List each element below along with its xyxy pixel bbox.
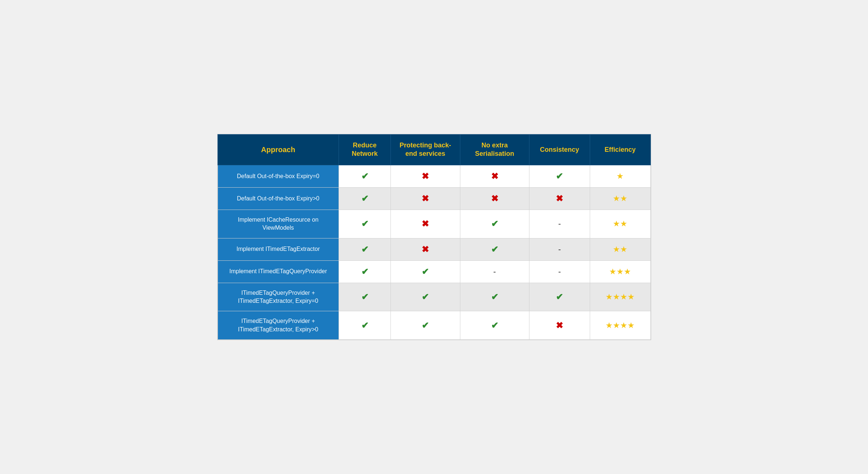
no-extra-serialisation-cell: ✔	[460, 238, 529, 260]
protecting-backend-cell: ✔	[391, 260, 460, 283]
no-extra-serialisation-cell: ✖	[460, 187, 529, 210]
header-row: Approach Reduce Network Protecting back-…	[218, 134, 650, 165]
check-icon: ✔	[422, 267, 429, 276]
cross-icon: ✖	[491, 171, 498, 181]
stars-icon: ★★	[613, 219, 627, 228]
stars-icon: ★★★★	[605, 321, 635, 330]
check-icon: ✔	[361, 219, 369, 229]
cross-icon: ✖	[491, 193, 498, 203]
cross-icon: ✖	[556, 193, 563, 203]
reduce-network-cell: ✔	[339, 187, 391, 210]
table-row: Implement ICacheResource on ViewModels ✔…	[218, 210, 650, 238]
check-icon: ✔	[491, 219, 498, 229]
consistency-cell: -	[529, 210, 590, 238]
table-row: ITimedETagQueryProvider + ITimedETagExtr…	[218, 283, 650, 311]
efficiency-cell: ★★	[590, 210, 650, 238]
check-icon: ✔	[422, 320, 429, 330]
efficiency-cell: ★★	[590, 238, 650, 260]
stars-icon: ★	[616, 172, 624, 181]
table-row: ITimedETagQueryProvider + ITimedETagExtr…	[218, 311, 650, 340]
no-extra-serialisation-cell: ✖	[460, 165, 529, 187]
check-icon: ✔	[422, 292, 429, 302]
approach-cell: Implement ITimedETagQueryProvider	[218, 260, 339, 283]
check-icon: ✔	[361, 267, 369, 276]
cross-icon: ✖	[422, 244, 429, 254]
protecting-backend-cell: ✖	[391, 238, 460, 260]
consistency-cell: -	[529, 260, 590, 283]
check-icon: ✔	[361, 320, 369, 330]
protecting-backend-cell: ✔	[391, 283, 460, 311]
approach-cell: ITimedETagQueryProvider + ITimedETagExtr…	[218, 311, 339, 340]
stars-icon: ★★★★	[605, 292, 635, 301]
reduce-network-cell: ✔	[339, 165, 391, 187]
reduce-network-cell: ✔	[339, 238, 391, 260]
stars-icon: ★★	[613, 194, 627, 203]
protecting-backend-cell: ✖	[391, 210, 460, 238]
efficiency-cell: ★★	[590, 187, 650, 210]
efficiency-cell: ★	[590, 165, 650, 187]
protecting-backend-cell: ✔	[391, 311, 460, 340]
reduce-network-cell: ✔	[339, 311, 391, 340]
dash-icon: -	[493, 267, 496, 276]
protecting-backend-cell: ✖	[391, 187, 460, 210]
dash-icon: -	[558, 267, 561, 276]
approach-cell: Default Out-of-the-box Expiry=0	[218, 165, 339, 187]
reduce-network-cell: ✔	[339, 260, 391, 283]
consistency-cell: ✔	[529, 283, 590, 311]
consistency-cell: ✔	[529, 165, 590, 187]
header-approach: Approach	[218, 134, 339, 165]
efficiency-cell: ★★★★	[590, 283, 650, 311]
header-efficiency: Efficiency	[590, 134, 650, 165]
approach-cell: Default Out-of-the-box Expiry>0	[218, 187, 339, 210]
protecting-backend-cell: ✖	[391, 165, 460, 187]
check-icon: ✔	[361, 244, 369, 254]
dash-icon: -	[558, 245, 561, 254]
approach-cell: Implement ITimedETagExtractor	[218, 238, 339, 260]
check-icon: ✔	[361, 193, 369, 203]
table-row: Default Out-of-the-box Expiry>0 ✔ ✖ ✖ ✖ …	[218, 187, 650, 210]
consistency-cell: -	[529, 238, 590, 260]
header-reduce-network: Reduce Network	[339, 134, 391, 165]
consistency-cell: ✖	[529, 187, 590, 210]
reduce-network-cell: ✔	[339, 283, 391, 311]
cross-icon: ✖	[422, 193, 429, 203]
stars-icon: ★★	[613, 245, 627, 254]
no-extra-serialisation-cell: -	[460, 260, 529, 283]
efficiency-cell: ★★★★	[590, 311, 650, 340]
table-row: Implement ITimedETagQueryProvider ✔ ✔ - …	[218, 260, 650, 283]
check-icon: ✔	[556, 292, 563, 302]
check-icon: ✔	[491, 320, 498, 330]
header-consistency: Consistency	[529, 134, 590, 165]
reduce-network-cell: ✔	[339, 210, 391, 238]
check-icon: ✔	[361, 171, 369, 181]
table-row: Default Out-of-the-box Expiry=0 ✔ ✖ ✖ ✔ …	[218, 165, 650, 187]
cross-icon: ✖	[422, 171, 429, 181]
check-icon: ✔	[491, 244, 498, 254]
table-row: Implement ITimedETagExtractor ✔ ✖ ✔ - ★★	[218, 238, 650, 260]
no-extra-serialisation-cell: ✔	[460, 210, 529, 238]
approach-cell: ITimedETagQueryProvider + ITimedETagExtr…	[218, 283, 339, 311]
header-no-extra-serialisation: No extra Serialisation	[460, 134, 529, 165]
dash-icon: -	[558, 219, 561, 228]
header-protecting-backend: Protecting back-end services	[391, 134, 460, 165]
consistency-cell: ✖	[529, 311, 590, 340]
cross-icon: ✖	[422, 219, 429, 229]
check-icon: ✔	[556, 171, 563, 181]
cross-icon: ✖	[556, 320, 563, 330]
check-icon: ✔	[361, 292, 369, 302]
check-icon: ✔	[491, 292, 498, 302]
efficiency-cell: ★★★	[590, 260, 650, 283]
stars-icon: ★★★	[609, 267, 631, 276]
approach-cell: Implement ICacheResource on ViewModels	[218, 210, 339, 238]
no-extra-serialisation-cell: ✔	[460, 311, 529, 340]
no-extra-serialisation-cell: ✔	[460, 283, 529, 311]
comparison-table: Approach Reduce Network Protecting back-…	[217, 134, 651, 340]
